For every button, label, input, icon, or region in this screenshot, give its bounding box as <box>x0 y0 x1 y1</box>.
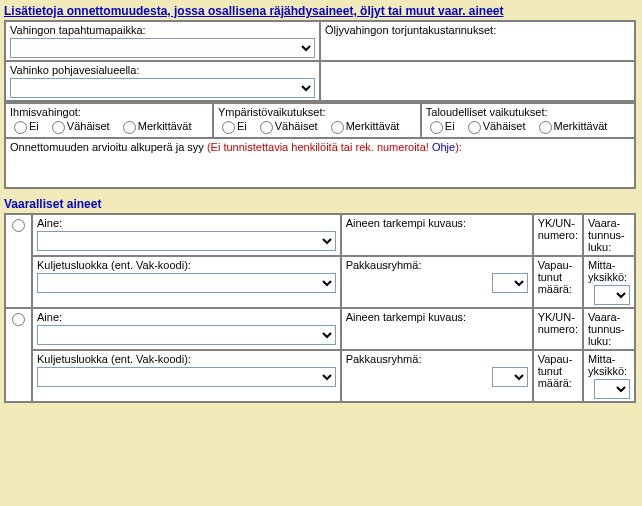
haz1-radio-cell <box>6 215 31 307</box>
haz2-kuljetus-label: Kuljetusluokka (ent. Vak-koodi): <box>37 353 336 365</box>
haz1-ykun-label: YK/UN-numero: <box>538 217 578 241</box>
haz1-mitta-cell: Mitta-yksikkö: <box>584 257 634 307</box>
haz1-mitta-label: Mitta-yksikkö: <box>588 259 630 283</box>
haz1-vapaut-cell: Vapau-tunut määrä: <box>534 257 582 307</box>
cell-taloudelliset: Taloudelliset vaikutukset: Ei Vähäiset M… <box>422 104 634 137</box>
radio-tal-merk[interactable] <box>539 121 552 134</box>
haz2-aine-cell: Aine: <box>33 309 340 349</box>
link-ohje[interactable]: Ohje <box>432 141 455 153</box>
haz2-vapaut-cell: Vapau-tunut määrä: <box>534 351 582 401</box>
radio-ymp-ei[interactable] <box>222 121 235 134</box>
cell-tapahtumapaikka: Vahingon tapahtumapaikka: <box>6 22 319 60</box>
haz2-radio[interactable] <box>12 313 25 326</box>
radios-ymparisto: Ei Vähäiset Merkittävät <box>218 118 416 135</box>
haz1-kuljetus-label: Kuljetusluokka (ent. Vak-koodi): <box>37 259 336 271</box>
label-ymparisto: Ympäristövaikutukset: <box>218 106 416 118</box>
cell-pohjavesi: Vahinko pohjavesialueella: <box>6 62 319 100</box>
haz1-aine-cell: Aine: <box>33 215 340 255</box>
radio-ihmis-merk[interactable] <box>123 121 136 134</box>
radio-ihmis-vah[interactable] <box>52 121 65 134</box>
cell-arvioitu: Onnettomuuden arvioitu alkuperä ja syy (… <box>6 139 634 187</box>
cell-empty1 <box>321 62 634 100</box>
haz2-aine-select[interactable] <box>37 325 336 345</box>
haz1-aine-select[interactable] <box>37 231 336 251</box>
section2-title: Vaaralliset aineet <box>0 193 642 213</box>
haz1-kuljetus-cell: Kuljetusluokka (ent. Vak-koodi): <box>33 257 340 307</box>
radios-ihmis: Ei Vähäiset Merkittävät <box>10 118 208 135</box>
note-close: ): <box>455 141 462 153</box>
cell-ihmis: Ihmisvahingot: Ei Vähäiset Merkittävät <box>6 104 212 137</box>
label-pohjavesi: Vahinko pohjavesialueella: <box>10 64 315 76</box>
section1-title: Lisätietoja onnettomuudesta, jossa osall… <box>0 0 642 20</box>
note-arvioitu: (Ei tunnistettavia henkilöitä tai rek. n… <box>207 141 432 153</box>
haz2-tark-cell: Aineen tarkempi kuvaus: <box>342 309 532 349</box>
haz2-pakkaus-select[interactable] <box>492 367 528 387</box>
haz1-vaara-cell: Vaara-tunnus-luku: <box>584 215 634 255</box>
label-oljy: Öljyvahingon torjuntakustannukset: <box>325 24 630 36</box>
cell-ymparisto: Ympäristövaikutukset: Ei Vähäiset Merkit… <box>214 104 420 137</box>
haz1-tark-cell: Aineen tarkempi kuvaus: <box>342 215 532 255</box>
haz-table: Aine: Aineen tarkempi kuvaus: YK/UN-nume… <box>4 213 636 403</box>
haz2-mitta-cell: Mitta-yksikkö: <box>584 351 634 401</box>
section1-table: Vahingon tapahtumapaikka: Öljyvahingon t… <box>4 20 636 102</box>
haz2-kuljetus-select[interactable] <box>37 367 336 387</box>
cell-oljy: Öljyvahingon torjuntakustannukset: <box>321 22 634 60</box>
radio-tal-vah[interactable] <box>468 121 481 134</box>
haz2-ykun-cell: YK/UN-numero: <box>534 309 582 349</box>
haz2-aine-label: Aine: <box>37 311 336 323</box>
haz2-vaara-label: Vaara-tunnus-luku: <box>588 311 630 347</box>
haz2-pakkaus-label: Pakkausryhmä: <box>346 353 528 365</box>
haz1-tark-label: Aineen tarkempi kuvaus: <box>346 217 528 229</box>
haz2-vaara-cell: Vaara-tunnus-luku: <box>584 309 634 349</box>
label-taloudelliset: Taloudelliset vaikutukset: <box>426 106 630 118</box>
select-tapahtumapaikka[interactable] <box>10 38 315 58</box>
haz1-ykun-cell: YK/UN-numero: <box>534 215 582 255</box>
radio-ihmis-ei[interactable] <box>14 121 27 134</box>
label-tapahtumapaikka: Vahingon tapahtumapaikka: <box>10 24 315 36</box>
haz2-mitta-label: Mitta-yksikkö: <box>588 353 630 377</box>
haz2-radio-cell <box>6 309 31 401</box>
section1-impacts: Ihmisvahingot: Ei Vähäiset Merkittävät Y… <box>4 102 636 189</box>
haz2-kuljetus-cell: Kuljetusluokka (ent. Vak-koodi): <box>33 351 340 401</box>
haz2-mitta-select[interactable] <box>594 379 630 399</box>
label-ihmis: Ihmisvahingot: <box>10 106 208 118</box>
haz2-vapaut-label: Vapau-tunut määrä: <box>538 353 578 389</box>
haz1-vaara-label: Vaara-tunnus-luku: <box>588 217 630 253</box>
haz2-tark-label: Aineen tarkempi kuvaus: <box>346 311 528 323</box>
haz1-pakkaus-cell: Pakkausryhmä: <box>342 257 532 307</box>
haz1-pakkaus-select[interactable] <box>492 273 528 293</box>
radio-ymp-merk[interactable] <box>331 121 344 134</box>
haz1-mitta-select[interactable] <box>594 285 630 305</box>
haz1-vapaut-label: Vapau-tunut määrä: <box>538 259 578 295</box>
radio-tal-ei[interactable] <box>430 121 443 134</box>
label-arvioitu: Onnettomuuden arvioitu alkuperä ja syy <box>10 141 204 153</box>
haz1-kuljetus-select[interactable] <box>37 273 336 293</box>
radio-ymp-vah[interactable] <box>260 121 273 134</box>
haz1-pakkaus-label: Pakkausryhmä: <box>346 259 528 271</box>
select-pohjavesi[interactable] <box>10 78 315 98</box>
haz2-ykun-label: YK/UN-numero: <box>538 311 578 335</box>
haz1-radio[interactable] <box>12 219 25 232</box>
haz2-pakkaus-cell: Pakkausryhmä: <box>342 351 532 401</box>
haz1-aine-label: Aine: <box>37 217 336 229</box>
radios-taloudelliset: Ei Vähäiset Merkittävät <box>426 118 630 135</box>
